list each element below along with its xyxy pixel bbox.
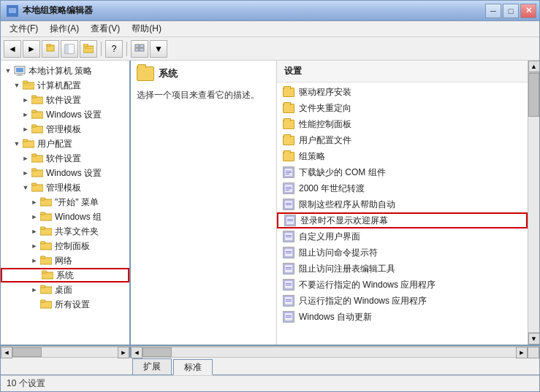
software-arrow xyxy=(21,96,30,104)
menu-help[interactable]: 帮助(H) xyxy=(126,21,167,36)
settings-item-customui[interactable]: 自定义用户界面 xyxy=(277,228,528,245)
menu-file[interactable]: 文件(F) xyxy=(4,21,44,36)
settings-item-onlyrun[interactable]: 只运行指定的 Windows 应用程序 xyxy=(277,293,528,309)
tree-item-shared[interactable]: 共享文件夹 xyxy=(1,224,129,239)
tab-expand[interactable]: 扩展 xyxy=(132,358,172,374)
grouppolicy-label: 组策略 xyxy=(299,150,325,163)
menu-bar: 文件(F) 操作(A) 查看(V) 帮助(H) xyxy=(1,21,539,37)
folder-icon xyxy=(31,153,43,164)
admin1-label: 管理模板 xyxy=(46,123,81,136)
tree-item-control-panel[interactable]: 控制面板 xyxy=(1,239,129,253)
settings-item-userprofile[interactable]: 用户配置文件 xyxy=(277,132,528,148)
minimize-button[interactable]: ─ xyxy=(485,4,501,18)
user-software-label: 软件设置 xyxy=(46,153,81,165)
up-button[interactable] xyxy=(42,40,59,58)
folder-button[interactable] xyxy=(80,40,97,58)
svg-rect-81 xyxy=(286,301,292,301)
main-scroll-track[interactable] xyxy=(142,347,516,358)
menu-action[interactable]: 操作(A) xyxy=(44,21,85,36)
main-scroll-right[interactable]: ► xyxy=(516,347,528,358)
tree-item-user-config[interactable]: 用户配置 xyxy=(1,137,129,151)
tree-item-windows-settings[interactable]: Windows 设置 xyxy=(1,107,129,122)
tree-item-admin-templates2[interactable]: 管理模板 xyxy=(1,180,129,195)
folder-icon xyxy=(40,226,52,237)
tree-item-system[interactable]: 系统 xyxy=(1,268,129,283)
tree-scroll-right[interactable]: ► xyxy=(118,347,129,358)
tree-item-desktop[interactable]: 桌面 xyxy=(1,283,129,297)
main-scroll-left[interactable]: ◄ xyxy=(131,347,142,358)
settings-item-noregedit[interactable]: 阻止访问注册表编辑工具 xyxy=(277,261,528,277)
svg-rect-71 xyxy=(286,251,292,252)
scroll-down-button[interactable]: ▼ xyxy=(528,333,540,345)
folder-icon xyxy=(40,197,52,207)
tree-item-user-software[interactable]: 软件设置 xyxy=(1,151,129,166)
shared-label: 共享文件夹 xyxy=(55,226,99,238)
settings-item-grouppolicy[interactable]: 组策略 xyxy=(277,148,528,164)
svg-rect-19 xyxy=(16,75,23,76)
menu-view[interactable]: 查看(V) xyxy=(85,21,126,36)
close-button[interactable]: ✕ xyxy=(520,4,536,18)
tree-scroll-left[interactable]: ◄ xyxy=(1,347,12,358)
svg-rect-36 xyxy=(31,183,37,185)
settings-item-redirect[interactable]: 文件夹重定向 xyxy=(277,100,528,116)
winupdate-label: Windows 自动更新 xyxy=(299,311,372,323)
settings-item-no-welcome[interactable]: 登录时不显示欢迎屏幕 xyxy=(277,212,528,228)
settings-header: 设置 xyxy=(277,61,528,82)
tree-item-windows-comp[interactable]: Windows 组 xyxy=(1,210,129,224)
customui-label: 自定义用户界面 xyxy=(299,231,360,243)
tree-hscrollbar[interactable]: ◄ ► xyxy=(1,346,131,358)
settings-item-restrict[interactable]: 限制这些程序从帮助自动 xyxy=(277,196,528,212)
right-panel[interactable]: 设置 驱动程序安装 文件夹 xyxy=(277,61,528,345)
settings-item-norun[interactable]: 不要运行指定的 Windows 应用程序 xyxy=(277,277,528,293)
svg-rect-55 xyxy=(286,172,292,173)
svg-rect-30 xyxy=(23,139,28,142)
forward-button[interactable]: ► xyxy=(23,40,40,58)
back-button[interactable]: ◄ xyxy=(4,40,21,58)
settings-item-y2k[interactable]: 2000 年世纪转渡 xyxy=(277,180,528,196)
toolbar-separator-1 xyxy=(101,42,102,56)
svg-rect-10 xyxy=(83,44,88,47)
scroll-up-button[interactable]: ▲ xyxy=(528,61,540,72)
settings-item-nocmd[interactable]: 阻止访问命令提示符 xyxy=(277,245,528,261)
svg-rect-56 xyxy=(286,174,289,174)
main-scroll-thumb[interactable] xyxy=(142,347,172,357)
settings-item-driver[interactable]: 驱动程序安装 xyxy=(277,84,528,100)
tree-item-software[interactable]: 软件设置 xyxy=(1,93,129,107)
help-button[interactable]: ? xyxy=(105,40,123,58)
tree-item-user-windows[interactable]: Windows 设置 xyxy=(1,166,129,180)
tree-item-computer-config[interactable]: 计算机配置 xyxy=(1,78,129,93)
show-hide-button[interactable] xyxy=(61,40,78,58)
tree-item-all-settings[interactable]: 所有设置 xyxy=(1,297,129,312)
svg-rect-18 xyxy=(18,74,22,75)
svg-rect-46 xyxy=(40,256,45,258)
svg-rect-50 xyxy=(40,285,45,288)
cp-label: 控制面板 xyxy=(55,240,90,253)
settings-item-perf[interactable]: 性能控制面板 xyxy=(277,116,528,132)
maximize-button[interactable]: □ xyxy=(503,4,519,18)
no-welcome-label: 登录时不显示欢迎屏幕 xyxy=(300,215,388,227)
settings-item-winupdate[interactable]: Windows 自动更新 xyxy=(277,309,528,325)
svg-rect-22 xyxy=(23,85,34,85)
view-button[interactable] xyxy=(131,40,148,58)
svg-rect-44 xyxy=(40,242,45,244)
folder-icon xyxy=(40,241,52,251)
tree-item-root[interactable]: 本地计算机 策略 xyxy=(1,64,129,78)
norun-label: 不要运行指定的 Windows 应用程序 xyxy=(299,279,436,291)
tree-item-start-menu[interactable]: "开始" 菜单 xyxy=(1,195,129,210)
tree-item-network[interactable]: 网络 xyxy=(1,253,129,268)
folder-icon xyxy=(31,182,43,193)
nocmd-label: 阻止访问命令提示符 xyxy=(299,247,378,259)
tree-scroll-thumb[interactable] xyxy=(12,347,42,357)
filter-button[interactable]: ▼ xyxy=(150,40,167,58)
net-arrow xyxy=(30,256,39,265)
scroll-thumb[interactable] xyxy=(528,73,539,117)
main-hscrollbar[interactable]: ◄ ► xyxy=(131,346,539,358)
tree-item-admin-templates1[interactable]: 管理模板 xyxy=(1,122,129,137)
svg-rect-40 xyxy=(40,212,45,215)
tab-standard[interactable]: 标准 xyxy=(173,359,213,375)
settings-item-com[interactable]: 下载缺少的 COM 组件 xyxy=(277,164,528,180)
scroll-track[interactable] xyxy=(528,72,539,333)
tree-scroll-track[interactable] xyxy=(12,347,118,358)
tree-panel[interactable]: 本地计算机 策略 计算机配置 xyxy=(1,61,131,345)
right-scrollbar[interactable]: ▲ ▼ xyxy=(528,61,539,345)
